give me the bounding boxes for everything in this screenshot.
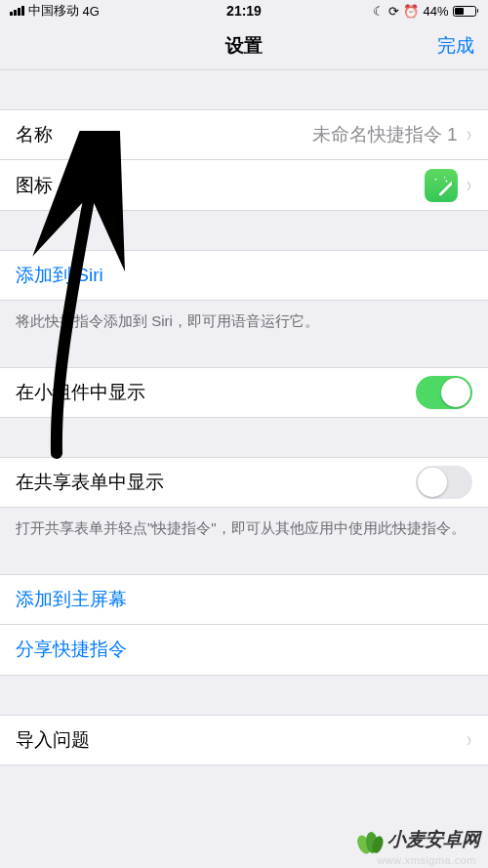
- name-label: 名称: [16, 122, 53, 147]
- name-value: 未命名快捷指令 1: [312, 122, 458, 147]
- show-widget-label: 在小组件中显示: [16, 380, 145, 405]
- share-shortcut-label: 分享快捷指令: [16, 637, 127, 662]
- show-widget-row: 在小组件中显示: [0, 367, 488, 418]
- chevron-right-icon: ›: [467, 175, 470, 196]
- carrier-label: 中国移动: [28, 2, 79, 20]
- icon-row[interactable]: 图标 ›: [0, 160, 488, 211]
- page-title: 设置: [225, 33, 263, 59]
- clock: 21:19: [226, 3, 262, 19]
- add-home-label: 添加到主屏幕: [16, 587, 127, 612]
- add-to-siri-label: 添加到 Siri: [16, 263, 103, 288]
- status-bar: 中国移动 4G 21:19 ☾ ⟳ ⏰ 44%: [0, 0, 488, 21]
- shortcut-icon-preview: [425, 169, 458, 202]
- add-to-siri-row[interactable]: 添加到 Siri: [0, 250, 488, 301]
- show-share-row: 在共享表单中显示: [0, 457, 488, 508]
- alarm-icon: ⏰: [403, 4, 419, 19]
- chevron-right-icon: ›: [467, 124, 470, 145]
- show-share-label: 在共享表单中显示: [16, 470, 164, 495]
- watermark-brand: 小麦安卓网: [387, 827, 480, 852]
- add-home-row[interactable]: 添加到主屏幕: [0, 574, 488, 625]
- name-row[interactable]: 名称 未命名快捷指令 1 ›: [0, 109, 488, 160]
- svg-rect-0: [438, 180, 452, 195]
- moon-icon: ☾: [373, 4, 385, 19]
- lock-icon: ⟳: [388, 4, 399, 19]
- leaf-icon: [354, 825, 384, 854]
- chevron-right-icon: ›: [467, 729, 470, 751]
- siri-footer: 将此快捷指令添加到 Siri，即可用语音运行它。: [0, 301, 488, 332]
- share-footer: 打开共享表单并轻点"快捷指令"，即可从其他应用中使用此快捷指令。: [0, 508, 488, 539]
- svg-point-1: [434, 178, 436, 180]
- share-shortcut-row[interactable]: 分享快捷指令: [0, 625, 488, 676]
- import-question-row[interactable]: 导入问题 ›: [0, 715, 488, 765]
- import-question-label: 导入问题: [16, 727, 90, 753]
- show-widget-toggle[interactable]: [416, 376, 472, 409]
- signal-icon: [10, 6, 24, 16]
- icon-label: 图标: [16, 173, 53, 198]
- network-label: 4G: [83, 4, 100, 19]
- done-button[interactable]: 完成: [437, 33, 474, 59]
- watermark-url: www.xmsigma.com: [377, 854, 476, 866]
- battery-icon: [453, 6, 479, 17]
- wand-icon: [430, 175, 452, 196]
- nav-bar: 设置 完成: [0, 21, 488, 70]
- show-share-toggle[interactable]: [416, 466, 472, 499]
- svg-point-3: [444, 177, 445, 178]
- svg-point-2: [445, 180, 447, 182]
- battery-pct: 44%: [423, 4, 448, 19]
- watermark-logo: 小麦安卓网: [354, 825, 480, 854]
